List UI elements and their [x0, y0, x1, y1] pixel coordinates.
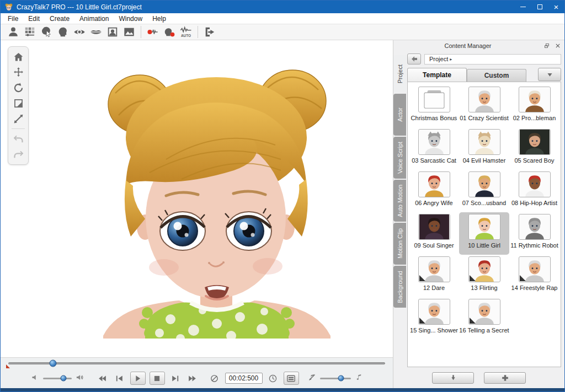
- template-item-05-scared-boy[interactable]: 05 Scared Boy: [509, 127, 559, 170]
- move-button[interactable]: [10, 65, 26, 80]
- template-thumbnail[interactable]: [519, 214, 551, 240]
- template-thumbnail[interactable]: [418, 171, 450, 197]
- timeline-row: [1, 357, 393, 368]
- template-item-13-flirting[interactable]: 13 Flirting: [459, 255, 509, 297]
- maximize-button[interactable]: [531, 1, 548, 13]
- tab-template[interactable]: Template: [407, 68, 467, 82]
- template-item-07-sco-usband[interactable]: 07 Sco...usband: [459, 170, 509, 212]
- template-item-14-freestyle-rap[interactable]: 14 Freestyle Rap: [509, 255, 559, 297]
- template-thumbnail[interactable]: [519, 256, 551, 282]
- timecode-mode-button[interactable]: [266, 372, 280, 384]
- play-button[interactable]: [130, 372, 146, 385]
- template-item-15-sing-shower[interactable]: 15 Sing... Shower: [409, 297, 459, 340]
- template-item-04-evil-hamster[interactable]: 04 Evil Hamster: [459, 127, 509, 170]
- main-toolbar: AUTO: [1, 24, 564, 40]
- template-thumbnail[interactable]: [418, 299, 450, 325]
- view-options-button[interactable]: [538, 68, 561, 81]
- timeline-slider[interactable]: [8, 362, 385, 364]
- export-button[interactable]: [201, 25, 218, 39]
- menu-edit[interactable]: Edit: [23, 14, 45, 24]
- face-puppet-button[interactable]: [161, 25, 178, 39]
- undo-button: [10, 131, 26, 147]
- fast-forward-button[interactable]: [186, 372, 199, 384]
- breadcrumb[interactable]: Project ▸: [424, 54, 561, 65]
- template-thumbnail[interactable]: [468, 129, 500, 155]
- template-item-06-angry-wife[interactable]: 06 Angry Wife: [409, 170, 459, 212]
- eyes-button[interactable]: [71, 25, 88, 39]
- template-thumbnail[interactable]: [519, 87, 551, 112]
- back-button[interactable]: [407, 53, 421, 65]
- menu-create[interactable]: Create: [45, 14, 74, 24]
- panel-tab-motion-clip[interactable]: Motion Clip: [393, 223, 406, 265]
- portrait-frame-button[interactable]: [104, 25, 121, 39]
- template-thumbnail[interactable]: [418, 214, 450, 240]
- template-item-09-soul-singer[interactable]: 09 Soul Singer: [409, 212, 459, 255]
- mouth-button[interactable]: [88, 25, 104, 39]
- panel-tab-background[interactable]: Background: [393, 266, 406, 308]
- face-fitting-button[interactable]: [22, 25, 38, 39]
- music-volume-knob[interactable]: [338, 375, 344, 382]
- minimize-button[interactable]: [515, 1, 531, 13]
- head-profile-button[interactable]: [55, 25, 71, 39]
- title-bar[interactable]: CrazyTalk7 PRO --- 10 Little Girl.ct7pro…: [1, 1, 564, 13]
- panel-close-button[interactable]: [553, 42, 562, 50]
- close-button[interactable]: ×: [548, 1, 564, 13]
- next-frame-button[interactable]: [169, 372, 182, 384]
- scale-button[interactable]: [10, 95, 26, 111]
- template-thumbnail[interactable]: [468, 214, 500, 240]
- template-thumbnail[interactable]: [468, 87, 500, 112]
- template-item-16-telling-a-secret[interactable]: 16 Telling a Secret: [459, 297, 509, 340]
- toolbar-separator: [141, 26, 141, 38]
- timecode-field[interactable]: 00:02:500: [225, 373, 263, 384]
- template-item-11-rythmic-robot[interactable]: 11 Rythmic Robot: [509, 212, 559, 255]
- apply-selected-button[interactable]: [432, 372, 474, 384]
- menu-window[interactable]: Window: [114, 14, 147, 24]
- panel-tab-project[interactable]: Project: [393, 55, 406, 93]
- menu-help[interactable]: Help: [147, 14, 171, 24]
- panel-tab-auto-motion[interactable]: Auto Motion: [393, 180, 406, 222]
- record-voice-button[interactable]: [145, 25, 161, 39]
- loop-off-button[interactable]: [208, 372, 221, 384]
- template-item-08-hip-hop-artist[interactable]: 08 Hip-Hop Artist: [509, 170, 559, 212]
- add-custom-button[interactable]: [484, 372, 526, 384]
- music-note-icon: [355, 373, 363, 384]
- template-thumbnail[interactable]: [468, 256, 500, 282]
- panel-tab-voice-script[interactable]: Voice Script: [393, 137, 406, 179]
- template-thumbnail[interactable]: [519, 171, 551, 197]
- volume-slider[interactable]: [43, 378, 72, 379]
- template-thumbnail[interactable]: [519, 129, 551, 155]
- menu-file[interactable]: File: [3, 14, 23, 24]
- tab-custom[interactable]: Custom: [467, 69, 526, 82]
- template-thumbnail[interactable]: [418, 129, 450, 155]
- rewind-button[interactable]: [96, 372, 109, 384]
- template-thumbnail[interactable]: [468, 171, 500, 197]
- panel-tab-label: Motion Clip: [397, 228, 403, 259]
- display-mode-button[interactable]: [284, 372, 299, 385]
- menu-animation[interactable]: Animation: [74, 14, 114, 24]
- actor-button[interactable]: [5, 25, 22, 39]
- auto-motion-button[interactable]: AUTO: [178, 25, 194, 39]
- volume-knob[interactable]: [60, 375, 66, 382]
- rotate-button[interactable]: [10, 80, 26, 95]
- template-thumbnail[interactable]: [418, 256, 450, 282]
- fit-view-button[interactable]: [10, 111, 26, 126]
- background-image-button[interactable]: [121, 25, 137, 39]
- music-volume-slider[interactable]: [320, 378, 351, 379]
- select-mode-button[interactable]: [38, 25, 55, 39]
- template-thumbnail[interactable]: [468, 299, 500, 325]
- template-thumbnail[interactable]: [418, 87, 450, 112]
- preview-canvas[interactable]: [1, 40, 393, 357]
- template-item-03-sarcastic-cat[interactable]: 03 Sarcastic Cat: [409, 127, 459, 170]
- template-label: 09 Soul Singer: [414, 242, 454, 249]
- panel-tab-actor[interactable]: Actor: [393, 94, 406, 136]
- float-panel-button[interactable]: [542, 42, 551, 50]
- template-item-02-pro-bleman[interactable]: 02 Pro...bleman: [509, 85, 559, 127]
- template-item-01-crazy-scientist[interactable]: 01 Crazy Scientist: [459, 85, 509, 127]
- stop-button[interactable]: [150, 372, 165, 385]
- template-item-10-little-girl[interactable]: 10 Little Girl: [459, 212, 509, 255]
- prev-frame-button[interactable]: [113, 372, 126, 384]
- template-item-12-dare[interactable]: 12 Dare: [409, 255, 459, 297]
- home-button[interactable]: [10, 49, 26, 65]
- timeline-knob[interactable]: [50, 359, 57, 367]
- template-item-christmas-bonus[interactable]: Christmas Bonus: [409, 85, 459, 127]
